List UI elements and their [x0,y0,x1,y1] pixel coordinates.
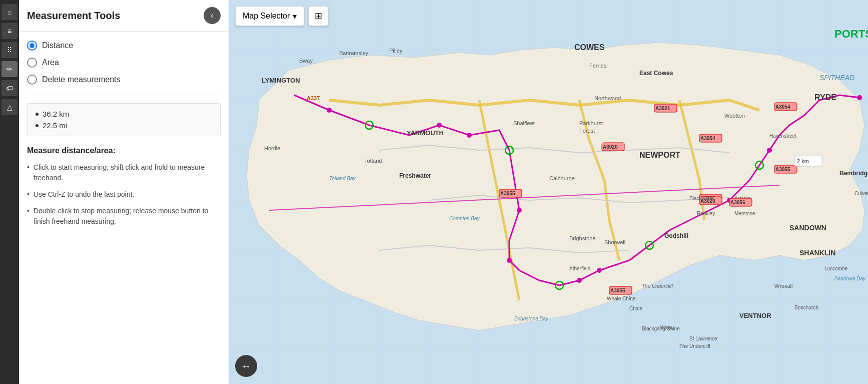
pencil-icon[interactable]: ✏ [2,61,18,77]
svg-text:Battramsley: Battramsley [339,50,369,56]
svg-text:A3021: A3021 [655,106,670,111]
svg-text:Bembridge: Bembridge [839,170,868,177]
map-selector-button[interactable]: Map Selector ▾ [235,6,304,26]
divider-1 [27,95,221,95]
measurements-box: 36.2 km 22.5 mi [27,103,221,136]
svg-text:A3056: A3056 [730,200,745,205]
svg-text:RYDE: RYDE [814,93,836,102]
svg-text:St Lawrence: St Lawrence [689,336,717,341]
map-container[interactable]: LYMINGTON Hordle Sway Battramsley Pilley… [229,0,868,384]
svg-text:Rookley: Rookley [697,211,715,216]
area-radio-item[interactable]: Area [27,58,221,68]
svg-text:Culver Cliff: Culver Cliff [854,191,868,196]
map-svg: LYMINGTON Hordle Sway Battramsley Pilley… [229,0,868,384]
svg-text:Calbourne: Calbourne [549,175,575,181]
svg-text:The Undercliff: The Undercliff [679,343,710,349]
svg-text:A3054: A3054 [700,136,715,141]
svg-text:A3055: A3055 [610,288,625,293]
map-toolbar: Map Selector ▾ ⊞ [235,6,328,26]
svg-point-36 [857,95,862,100]
instructions-section: Measure distance/area: Click to start me… [27,146,221,227]
instructions-list: Click to start measuring; shift click an… [27,162,221,227]
svg-text:East Cowes: East Cowes [639,70,673,77]
svg-text:VENTNOR: VENTNOR [739,312,771,319]
expand-button[interactable]: ↔ [235,355,257,377]
sidebar-icons-panel: ⌂ ≡ ⠿ ✏ 🏷 △ [0,0,19,384]
svg-text:Whale Chine: Whale Chine [607,296,636,301]
measurement-mi: 22.5 mi [36,121,212,130]
svg-point-32 [577,278,582,283]
svg-text:Wroxall: Wroxall [774,283,792,289]
svg-text:Sway: Sway [299,58,313,64]
svg-text:LYMINGTON: LYMINGTON [262,77,300,84]
svg-text:SANDOWN: SANDOWN [789,224,826,232]
bookmark-icon[interactable]: 🏷 [2,80,18,96]
svg-text:2 km: 2 km [797,158,809,164]
svg-text:COWES: COWES [574,43,605,52]
svg-text:Chale: Chale [629,306,643,311]
svg-text:Atherfield: Atherfield [569,266,590,271]
instruction-text-3: Double-click to stop measuring; release … [34,206,221,227]
svg-text:Hordle: Hordle [264,145,280,151]
collapse-button[interactable]: ‹ [204,7,221,24]
distance-radio-item[interactable]: Distance [27,41,221,51]
area-radio-circle [27,58,37,68]
delete-radio-label: Delete measurements [42,75,121,84]
dots-grid-icon[interactable]: ⠿ [2,42,18,58]
svg-text:A3055: A3055 [775,167,790,172]
svg-point-30 [517,208,522,213]
svg-text:PORTS: PORTS [834,28,868,40]
svg-text:SPITHEAD: SPITHEAD [819,74,854,82]
svg-text:A3054: A3054 [775,104,790,110]
layers-icon[interactable]: ≡ [2,23,18,39]
grid-icon: ⊞ [315,11,322,22]
svg-text:A3020: A3020 [603,144,618,150]
svg-text:Blackwater: Blackwater [689,196,714,201]
svg-text:Shorwell: Shorwell [604,239,625,245]
svg-text:YARMOUTH: YARMOUTH [407,129,444,137]
svg-text:Blackgang Chine: Blackgang Chine [642,326,680,331]
svg-point-33 [597,268,602,273]
svg-point-29 [467,133,472,138]
svg-text:SHANKLIN: SHANKLIN [799,249,835,257]
svg-point-27 [327,108,332,113]
svg-text:Freshwater: Freshwater [399,172,431,179]
svg-text:Havenstreet: Havenstreet [769,133,796,139]
svg-text:Totland: Totland [364,158,382,164]
map-background: LYMINGTON Hordle Sway Battramsley Pilley… [229,0,868,384]
panel-header: Measurement Tools ‹ [19,0,229,32]
panel-content: Distance Area Delete measurements 36.2 k… [19,32,229,384]
radio-group: Distance Area Delete measurements [27,41,221,85]
instruction-text-2: Use Ctrl-Z to undo the last point. [34,189,135,200]
svg-text:A337: A337 [307,95,320,101]
delete-radio-item[interactable]: Delete measurements [27,75,221,85]
measurement-km: 36.2 km [36,110,212,118]
svg-point-35 [767,148,772,153]
svg-text:Shalfleet: Shalfleet [513,120,535,126]
svg-text:Bonchurch: Bonchurch [794,305,818,310]
svg-text:Merstone: Merstone [734,211,755,216]
svg-text:Pilley: Pilley [389,48,403,54]
instruction-item-2: Use Ctrl-Z to undo the last point. [27,189,221,200]
instruction-item-3: Double-click to stop measuring; release … [27,206,221,227]
svg-text:Northwood: Northwood [594,95,621,101]
svg-text:The Undercliff: The Undercliff [642,283,673,289]
svg-point-28 [437,123,442,128]
instruction-item-1: Click to start measuring; shift click an… [27,162,221,183]
chevron-down-icon: ▾ [293,12,297,21]
svg-text:Parkhurst: Parkhurst [579,120,603,126]
delete-radio-circle [27,75,37,85]
map-grid-button[interactable]: ⊞ [308,6,328,26]
measurement-mi-value: 22.5 mi [43,121,67,130]
measurement-tools-panel: Measurement Tools ‹ Distance Area Delete… [19,0,229,384]
svg-text:Sandown Bay: Sandown Bay [834,276,866,281]
triangle-icon[interactable]: △ [2,99,18,115]
panel-title: Measurement Tools [27,10,120,22]
svg-text:Godshill: Godshill [664,232,688,239]
area-radio-label: Area [42,58,59,67]
svg-text:Totland Bay: Totland Bay [329,176,356,181]
svg-text:Brighstone: Brighstone [569,235,596,241]
measurement-km-value: 36.2 km [43,110,69,118]
instruction-text-1: Click to start measuring; shift click an… [34,162,221,183]
home-icon[interactable]: ⌂ [2,4,18,20]
